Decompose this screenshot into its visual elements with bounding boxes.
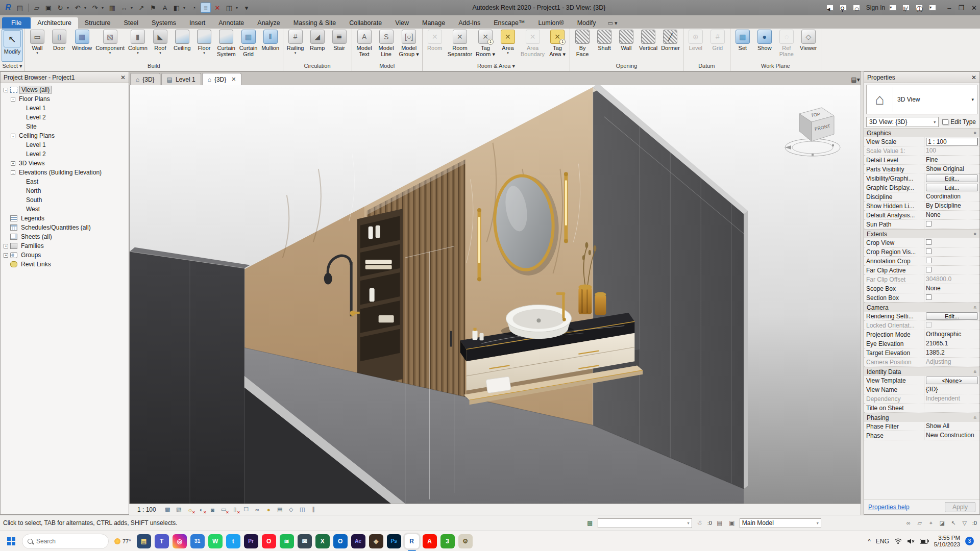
view-scale-button[interactable]: 1 : 100 — [133, 506, 160, 514]
section-icon[interactable]: ◔ — [189, 3, 199, 13]
photoshop-app-icon[interactable]: Ps — [387, 534, 401, 548]
redo-icon[interactable]: ↷ — [90, 3, 100, 13]
ribbon-tab-view[interactable]: View — [388, 17, 415, 29]
clock[interactable]: 3:55 PM 5/10/2023 — [934, 535, 960, 548]
close-button[interactable]: ✕ — [971, 4, 977, 12]
tree-item[interactable]: +Families — [1, 241, 129, 251]
property-value[interactable]: Independent — [924, 394, 979, 403]
property-value[interactable] — [924, 266, 979, 274]
sun-path-icon[interactable]: ☼ — [186, 506, 194, 514]
ribbon-tab-modify[interactable]: Modify — [571, 17, 603, 29]
property-value[interactable] — [924, 293, 979, 302]
aligned-dimension-icon[interactable]: ↗ — [136, 3, 146, 13]
ribbon-tab-steel[interactable]: Steel — [117, 17, 145, 29]
editing-requests-icon[interactable]: ☃ — [695, 519, 704, 527]
property-value[interactable]: 100 — [924, 146, 979, 155]
section-header-phasing[interactable]: Phasing« — [864, 413, 979, 422]
area-button[interactable]: ✕Area▾ — [497, 29, 519, 62]
render-dialog-icon[interactable]: ◙ — [208, 506, 217, 514]
stair-button[interactable]: ≣Stair — [329, 29, 350, 62]
language-indicator[interactable]: ENG — [876, 538, 889, 545]
ribbon-tab-massing-site[interactable]: Massing & Site — [287, 17, 342, 29]
viewer-button[interactable]: ◇Viewer — [798, 29, 819, 62]
weather-widget[interactable]: 77° — [112, 538, 133, 544]
checkbox[interactable] — [926, 294, 932, 300]
model-text-button[interactable]: AModel Text — [354, 29, 375, 62]
checkbox[interactable] — [926, 239, 932, 245]
tree-item[interactable]: East — [1, 177, 129, 186]
switch-windows-dropdown-icon[interactable]: ▾ — [236, 6, 240, 10]
tag-room-button[interactable]: ✕Tag Room ▾ — [474, 29, 497, 62]
view-cube[interactable]: TOP FRONT — [781, 103, 847, 163]
active-workset-select[interactable]: ▾ — [598, 518, 692, 528]
search-input[interactable] — [36, 538, 92, 545]
tree-item[interactable]: -Ceiling Plans — [1, 131, 129, 140]
section-header-graphics[interactable]: Graphics« — [864, 128, 979, 137]
panel-label[interactable]: Build — [25, 62, 283, 71]
panel-label[interactable]: Opening — [570, 62, 683, 71]
temporary-view-properties-icon[interactable]: ▤ — [276, 506, 284, 514]
design-options-icon[interactable]: ▤ — [715, 519, 724, 527]
property-value[interactable]: 1385.2 — [924, 348, 979, 357]
open-icon[interactable]: ▱ — [32, 3, 42, 13]
tree-item[interactable]: +3D Views — [1, 159, 129, 168]
ramp-button[interactable]: ◢Ramp — [307, 29, 328, 62]
switch-windows-icon[interactable]: ◫ — [224, 3, 234, 13]
revit-app-icon[interactable]: R — [405, 534, 419, 548]
visual-style-icon[interactable]: ▩ — [163, 506, 172, 514]
tree-expander-minus-icon[interactable]: - — [11, 97, 15, 102]
checkbox[interactable] — [926, 248, 932, 254]
property-value[interactable]: None — [924, 211, 979, 219]
help-icon[interactable]: ⓘ — [916, 5, 923, 11]
column-button[interactable]: ▮Column▾ — [127, 29, 149, 62]
shadows-icon[interactable]: ◐ — [197, 506, 206, 514]
tree-item[interactable]: South — [1, 195, 129, 205]
help-dropdown-icon[interactable]: ▾ — [929, 5, 936, 11]
tree-item[interactable]: Sheets (all) — [1, 232, 129, 241]
displacement-sets-icon[interactable]: ◫ — [298, 506, 307, 514]
text-icon[interactable]: A — [160, 3, 170, 13]
select-by-face-icon[interactable]: ◪ — [938, 519, 947, 527]
ribbon-tab-lumion-[interactable]: Lumion® — [531, 17, 570, 29]
tag-area-button[interactable]: ✕Tag Area ▾ — [547, 29, 568, 62]
property-edit-button[interactable]: <None> — [926, 377, 978, 384]
dormer-button[interactable]: ╱Dormer — [659, 29, 681, 62]
after-effects-app-icon[interactable]: Ae — [351, 534, 365, 548]
selection-filter-icon[interactable]: ▽ — [960, 519, 969, 527]
tree-item[interactable]: North — [1, 186, 129, 195]
component-button[interactable]: ▧Component▾ — [94, 29, 126, 62]
apply-button[interactable]: Apply — [945, 502, 975, 512]
worksets-icon[interactable]: ▩ — [585, 519, 595, 527]
print-icon[interactable]: ▦ — [107, 3, 117, 13]
modify-button[interactable]: ↖Modify — [2, 29, 23, 62]
sync-with-central-dropdown-icon[interactable]: ▾ — [67, 6, 71, 10]
battery-icon[interactable] — [920, 539, 929, 544]
wall-button[interactable]: Wall — [616, 29, 637, 62]
property-value[interactable]: Edit... — [924, 183, 979, 192]
tree-expander-minus-icon[interactable]: - — [11, 170, 15, 175]
wall-button[interactable]: ▭Wall▾ — [27, 29, 48, 62]
spotify-app-icon[interactable]: ≋ — [280, 534, 294, 548]
volume-muted-icon[interactable] — [907, 538, 915, 544]
properties-close-icon[interactable]: ✕ — [971, 74, 976, 81]
shaft-button[interactable]: Shaft — [594, 29, 615, 62]
type-selector[interactable]: ⌂ 3D View ▾ — [866, 85, 977, 114]
whatsapp-app-icon[interactable]: W — [208, 534, 223, 548]
section-header-identity-data[interactable]: Identity Data« — [864, 367, 979, 376]
settings-app-icon[interactable]: ⚙ — [458, 534, 473, 548]
user-icon[interactable]: ☺ — [853, 5, 860, 11]
twitter-app-icon[interactable]: t — [226, 534, 240, 548]
property-value[interactable]: Orthographic — [924, 330, 979, 339]
instagram-app-icon[interactable]: ◎ — [173, 534, 187, 548]
design-option-select[interactable]: Main Model▾ — [740, 518, 821, 528]
drawing-area[interactable]: TOP FRONT — [129, 85, 861, 504]
mail-app-icon[interactable]: ✉ — [298, 534, 312, 548]
property-value[interactable]: Show Original — [924, 165, 979, 173]
property-value[interactable]: None — [924, 284, 979, 293]
show-crop-region-icon[interactable]: ▯ — [231, 506, 239, 514]
tree-item[interactable]: Schedules/Quantities (all) — [1, 223, 129, 232]
tree-item[interactable]: West — [1, 205, 129, 214]
ribbon-tab-architecture[interactable]: Architecture — [31, 17, 78, 29]
property-value[interactable] — [924, 257, 979, 265]
ribbon-tab-systems[interactable]: Systems — [145, 17, 183, 29]
